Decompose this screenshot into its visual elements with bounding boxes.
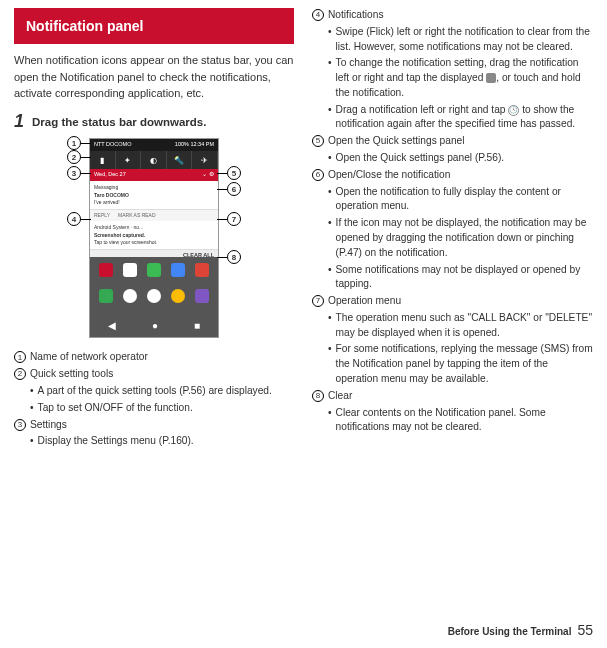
legend-label: Settings xyxy=(30,418,294,433)
legend-bullet: •To change the notification setting, dra… xyxy=(312,56,593,100)
action-mark-read: MARK AS READ xyxy=(118,212,156,219)
qs-icon: ◐ xyxy=(141,151,167,169)
legend-bullet: •A part of the quick setting tools (P.56… xyxy=(14,384,294,399)
legend-num: 2 xyxy=(14,368,26,380)
legend-label: Quick setting tools xyxy=(30,367,294,382)
legend-num: 6 xyxy=(312,169,324,181)
notif-body: I've arrived! xyxy=(94,199,214,206)
page-footer: Before Using the Terminal 55 xyxy=(448,622,593,638)
legend-label: Notifications xyxy=(328,8,593,23)
legend-num: 4 xyxy=(312,9,324,21)
legend-bullet: •Open the notification to fully display … xyxy=(312,185,593,215)
app-icon xyxy=(195,289,209,303)
date-row: Wed, Dec 27 ⌄ ⚙ xyxy=(90,169,218,181)
legend-bullet: •Display the Settings menu (P.160). xyxy=(14,434,294,449)
legend-bullet: •If the icon may not be displayed, the n… xyxy=(312,216,593,260)
notif-actions: REPLY MARK AS READ xyxy=(90,210,218,221)
legend-item-6: 6 Open/Close the notification xyxy=(312,168,593,183)
nav-back-icon: ◀ xyxy=(108,319,116,334)
legend-label: Clear xyxy=(328,389,593,404)
notification-1: Messaging Taro DOCOMO I've arrived! xyxy=(90,181,218,210)
callout-5: 5 xyxy=(227,166,241,180)
callout-1: 1 xyxy=(67,136,81,150)
callout-7: 7 xyxy=(227,212,241,226)
nav-bar: ◀ ● ■ xyxy=(90,319,218,334)
app-icon xyxy=(171,263,185,277)
legend-num: 8 xyxy=(312,390,324,402)
notif-title: Screenshot captured. xyxy=(94,232,214,239)
legend-num: 5 xyxy=(312,135,324,147)
qs-icon: 🔦 xyxy=(167,151,193,169)
section-heading: Notification panel xyxy=(14,8,294,44)
callout-8: 8 xyxy=(227,250,241,264)
step-instruction: Drag the status bar downwards. xyxy=(32,112,206,131)
legend-bullet: •Drag a notification left or right and t… xyxy=(312,103,593,133)
legend-item-1: 1 Name of network operator xyxy=(14,350,294,365)
legend-bullet: •Some notifications may not be displayed… xyxy=(312,263,593,293)
status-bar: NTT DOCOMO 100% 12:34 PM xyxy=(90,139,218,151)
notif-body: Tap to view your screenshot. xyxy=(94,239,214,246)
quick-settings-row: ▮ ✦ ◐ 🔦 ✈ xyxy=(90,151,218,169)
legend-num: 1 xyxy=(14,351,26,363)
app-icon xyxy=(195,263,209,277)
qs-icon: ▮ xyxy=(90,151,116,169)
app-icon xyxy=(123,289,137,303)
app-icon xyxy=(123,263,137,277)
action-reply: REPLY xyxy=(94,212,110,219)
legend-label: Open/Close the notification xyxy=(328,168,593,183)
footer-page-number: 55 xyxy=(577,622,593,638)
legend-label: Open the Quick settings panel xyxy=(328,134,593,149)
battery-label: 100% xyxy=(175,141,189,147)
legend-item-7: 7 Operation menu xyxy=(312,294,593,309)
legend-bullet: •Clear contents on the Notification pane… xyxy=(312,406,593,436)
settings-gear-icon xyxy=(486,73,496,83)
legend-item-5: 5 Open the Quick settings panel xyxy=(312,134,593,149)
expand-gear: ⌄ ⚙ xyxy=(202,171,214,179)
legend-item-3: 3 Settings xyxy=(14,418,294,433)
legend-item-2: 2 Quick setting tools xyxy=(14,367,294,382)
callout-3: 3 xyxy=(67,166,81,180)
callout-2: 2 xyxy=(67,150,81,164)
callout-6: 6 xyxy=(227,182,241,196)
date-label: Wed, Dec 27 xyxy=(94,171,126,179)
footer-section: Before Using the Terminal xyxy=(448,626,572,637)
notif-app: Android System · no... xyxy=(94,224,214,231)
phone-mock: NTT DOCOMO 100% 12:34 PM ▮ ✦ ◐ 🔦 ✈ Wed, … xyxy=(89,138,219,338)
legend-num: 7 xyxy=(312,295,324,307)
qs-icon: ✈ xyxy=(192,151,218,169)
app-icon xyxy=(147,263,161,277)
nav-recent-icon: ■ xyxy=(194,319,200,334)
intro-text: When notification icons appear on the st… xyxy=(14,52,294,102)
time-label: 12:34 PM xyxy=(190,141,214,147)
legend-num: 3 xyxy=(14,419,26,431)
app-icon xyxy=(99,289,113,303)
legend-item-8: 8 Clear xyxy=(312,389,593,404)
legend-item-4: 4 Notifications xyxy=(312,8,593,23)
notif-app: Messaging xyxy=(94,184,214,191)
legend-label: Name of network operator xyxy=(30,350,294,365)
legend-bullet: •The operation menu such as "CALL BACK" … xyxy=(312,311,593,341)
legend-bullet: •For some notifications, replying the me… xyxy=(312,342,593,386)
legend-bullet: •Swipe (Flick) left or right the notific… xyxy=(312,25,593,55)
step-1: 1 Drag the status bar downwards. xyxy=(14,112,294,131)
notification-2: Android System · no... Screenshot captur… xyxy=(90,221,218,250)
clock-icon: 🕓 xyxy=(508,105,519,116)
callout-4: 4 xyxy=(67,212,81,226)
app-icon xyxy=(99,263,113,277)
legend-bullet: •Tap to set ON/OFF of the function. xyxy=(14,401,294,416)
carrier-label: NTT DOCOMO xyxy=(94,141,131,149)
app-icon xyxy=(147,289,161,303)
legend-bullet: •Open the Quick settings panel (P.56). xyxy=(312,151,593,166)
legend-label: Operation menu xyxy=(328,294,593,309)
step-number: 1 xyxy=(14,112,24,130)
qs-icon: ✦ xyxy=(116,151,142,169)
nav-home-icon: ● xyxy=(152,319,158,334)
screenshot-diagram: NTT DOCOMO 100% 12:34 PM ▮ ✦ ◐ 🔦 ✈ Wed, … xyxy=(59,138,249,338)
notif-title: Taro DOCOMO xyxy=(94,192,214,199)
app-icon xyxy=(171,289,185,303)
